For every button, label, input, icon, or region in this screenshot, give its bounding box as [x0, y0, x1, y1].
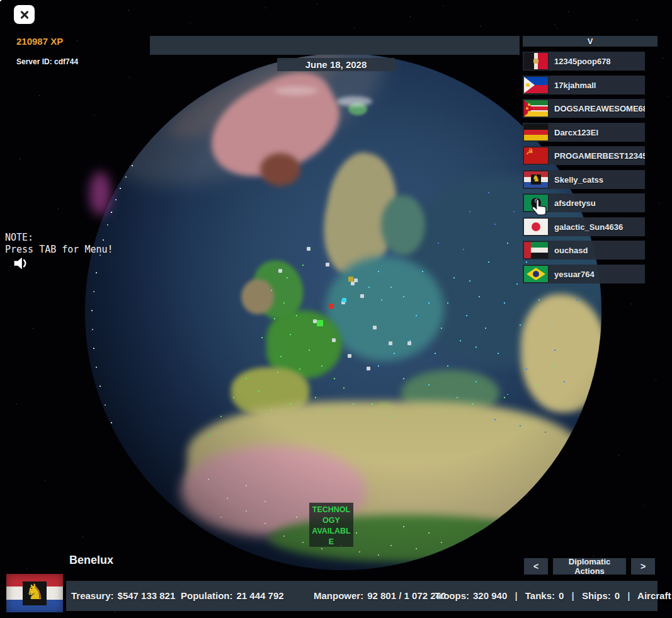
player-flag-icon [524, 53, 548, 69]
population-value: 21 444 792 [237, 590, 284, 601]
player-flag-icon [524, 147, 548, 164]
speaker-icon[interactable] [11, 254, 30, 273]
player-name: ouchasd [554, 246, 588, 255]
separator: | [627, 590, 630, 601]
player-row[interactable]: PROGAMERBEST1234512 [523, 146, 645, 165]
player-name: yesuar764 [554, 270, 595, 279]
population-stat: Population:21 444 792 [181, 581, 284, 611]
close-button[interactable] [14, 5, 35, 24]
army-unit-icons [85, 54, 87, 55]
separator: | [515, 590, 517, 601]
player-flag-icon [524, 266, 548, 282]
manpower-stat: Manpower:92 801 / 1 072 240 [314, 581, 446, 611]
server-id-label: Server ID: cdf744 [16, 57, 78, 66]
player-row[interactable]: yesuar764 [523, 265, 645, 283]
player-flag-icon [524, 77, 548, 93]
game-date: June 18, 2028 [277, 58, 395, 71]
note-line: NOTE: [5, 232, 113, 244]
actions-next-button[interactable]: > [631, 558, 655, 575]
player-name: Darcx123El [554, 128, 598, 137]
time-bar [150, 36, 520, 55]
player-flag-icon [524, 219, 548, 235]
game-screen: 210987 XP Server ID: cdf744 June 18, 202… [0, 0, 672, 618]
player-name: DOGSAREAWESOME68 [554, 104, 645, 113]
player-row[interactable]: Darcx123El [523, 123, 645, 142]
player-row[interactable]: Skelly_catss [523, 170, 645, 189]
player-row[interactable]: DOGSAREAWESOME68 [523, 99, 645, 118]
player-row[interactable]: galactic_Sun4636 [523, 217, 645, 236]
manpower-label: Manpower: [314, 590, 363, 601]
player-row[interactable]: 12345poop678 [523, 52, 645, 71]
player-name: afsdretysu [554, 198, 596, 208]
city-dots-blue [85, 54, 86, 55]
tanks-label: Tanks: [525, 590, 555, 601]
player-flag-icon [524, 124, 548, 140]
city-dots-green [85, 54, 86, 55]
tab-menu-note: NOTE: Press TAB for Menu! [5, 232, 113, 256]
player-flag-icon [524, 242, 548, 258]
leaderboard-toggle[interactable]: V [523, 36, 658, 47]
player-name: Skelly_catss [554, 175, 603, 185]
limb-sparkles [0, 0, 1, 1]
player-name: 17kjahmall [554, 81, 596, 90]
treasury-stat: Treasury:$547 133 821 [71, 581, 175, 611]
player-name: galactic_Sun4636 [554, 222, 623, 232]
city-dots-cyan [85, 54, 86, 55]
troops-value: 320 940 [473, 590, 507, 601]
country-stats-bar: Treasury:$547 133 821 Population:21 444 … [66, 581, 658, 611]
technology-available-notice[interactable]: TECHNOLOGY AVAILABLE [309, 503, 353, 547]
treasury-label: Treasury: [71, 590, 114, 601]
player-name: 12345poop678 [554, 57, 611, 66]
treasury-value: $547 133 821 [118, 590, 176, 601]
player-row[interactable]: afsdretysu [523, 193, 645, 212]
population-label: Population: [181, 590, 233, 601]
aircraft-label: Aircraft: [637, 590, 672, 601]
player-flag-icon [524, 171, 548, 188]
troops-label: Troops: [435, 590, 469, 601]
ships-label: Ships: [582, 590, 611, 601]
military-stats: Troops:320 940 | Tanks:0 | Ships:0 | Air… [435, 581, 672, 611]
player-flag-icon [524, 100, 548, 117]
close-icon [20, 10, 29, 19]
actions-prev-button[interactable]: < [524, 558, 548, 575]
diplomatic-actions-button[interactable]: Diplomatic Actions [553, 558, 626, 575]
player-row[interactable]: 17kjahmall [523, 76, 645, 94]
aurora-glow [89, 171, 111, 215]
xp-counter: 210987 XP [16, 36, 63, 47]
ships-value: 0 [615, 590, 620, 601]
separator: | [572, 590, 574, 601]
country-flag [6, 574, 63, 612]
player-row[interactable]: ouchasd [523, 241, 645, 260]
city-dots-white [85, 54, 86, 55]
tanks-value: 0 [559, 590, 564, 601]
country-name: Benelux [69, 554, 113, 567]
player-name: PROGAMERBEST1234512 [554, 151, 645, 161]
player-flag-icon [524, 195, 548, 211]
